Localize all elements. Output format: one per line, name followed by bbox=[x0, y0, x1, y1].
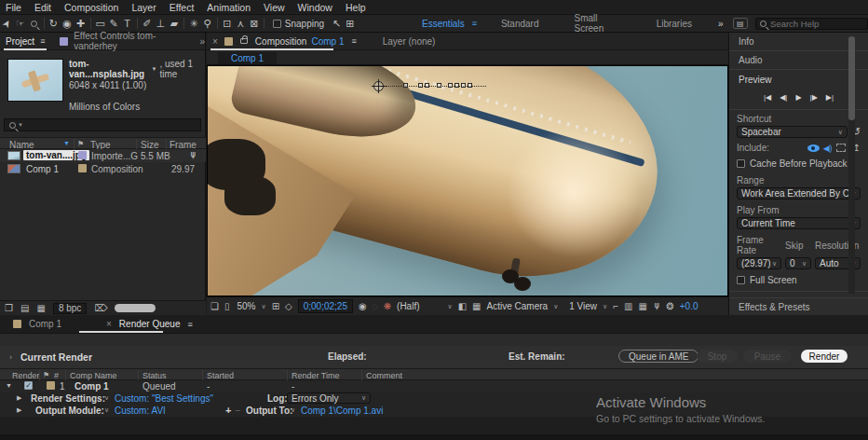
label-column-icon[interactable]: ⚑ bbox=[43, 371, 49, 379]
queue-item-row[interactable]: ▼ ✓ 1 Comp 1 Queued - - bbox=[0, 380, 868, 392]
bottom-scroll-strip[interactable] bbox=[0, 434, 868, 440]
composition-panel-menu-icon[interactable]: ≡ bbox=[351, 36, 356, 46]
viewer-tab-comp1[interactable]: Comp 1 bbox=[218, 52, 277, 64]
full-screen-checkbox[interactable] bbox=[737, 276, 745, 284]
lock-icon[interactable] bbox=[240, 38, 248, 44]
comp-row-name[interactable]: Comp 1 bbox=[26, 164, 59, 174]
output-to-value[interactable]: Comp 1\Comp 1.avi bbox=[301, 406, 383, 416]
panel-tab-overflow-icon[interactable]: » bbox=[199, 36, 205, 47]
menu-animation[interactable]: Animation bbox=[207, 2, 251, 13]
interpret-footage-icon[interactable]: ❐ bbox=[5, 303, 13, 313]
comp-row-label-swatch[interactable] bbox=[78, 164, 87, 172]
monitor-icon[interactable]: ▯ bbox=[224, 301, 230, 311]
footage-thumbnail[interactable] bbox=[7, 59, 63, 102]
sort-descending-icon[interactable]: ▼ bbox=[63, 140, 70, 146]
info-panel-header[interactable]: Info bbox=[729, 33, 868, 51]
show-channels-icon[interactable]: ❋ bbox=[384, 301, 391, 311]
panel-comp-name[interactable]: Comp 1 bbox=[311, 36, 344, 47]
expand-render-settings-icon[interactable]: ▶ bbox=[17, 394, 21, 402]
tab-info[interactable]: Info bbox=[739, 36, 754, 47]
help-search-input[interactable] bbox=[770, 19, 863, 29]
camera-tool-icon[interactable]: ◉ bbox=[61, 18, 75, 30]
type-tool-icon[interactable]: T bbox=[120, 18, 134, 29]
project-search-box[interactable]: ▼ bbox=[4, 118, 201, 131]
bit-depth-button[interactable]: 8 bpc bbox=[53, 303, 87, 314]
column-render[interactable]: Render bbox=[12, 371, 40, 380]
snapshot-icon[interactable]: ◉ bbox=[359, 301, 367, 311]
output-to-dropdown-icon[interactable]: ∨ bbox=[291, 406, 295, 414]
output-module-value[interactable]: Custom: AVI bbox=[115, 406, 166, 416]
menu-effect[interactable]: Effect bbox=[170, 2, 195, 13]
close-panel-icon[interactable]: × bbox=[212, 36, 218, 47]
include-overlays-icon[interactable] bbox=[836, 144, 846, 152]
region-of-interest-icon[interactable]: ⊞ bbox=[272, 301, 279, 311]
render-item-checkbox[interactable]: ✓ bbox=[24, 381, 33, 390]
add-output-module-icon[interactable]: + bbox=[225, 405, 231, 416]
queue-in-ame-button[interactable]: Queue in AME bbox=[618, 350, 698, 363]
workspace-essentials[interactable]: Essentials bbox=[422, 19, 465, 29]
play-from-dropdown[interactable]: Current Time ∨ bbox=[737, 217, 861, 229]
render-settings-dropdown-icon[interactable]: ∨ bbox=[104, 394, 109, 402]
workspace-bar-icon[interactable]: ▤ bbox=[733, 18, 749, 29]
preview-scrollbar-thumb[interactable] bbox=[848, 36, 855, 120]
preview-panel-header[interactable]: Preview ≡ bbox=[729, 70, 868, 89]
project-panel-menu-icon[interactable]: ≡ bbox=[40, 36, 45, 46]
effects-presets-header[interactable]: Effects & Presets bbox=[729, 297, 868, 315]
column-number[interactable]: # bbox=[54, 371, 59, 380]
current-time-display[interactable]: 0;00;02;25 bbox=[298, 299, 353, 313]
render-button[interactable]: Render bbox=[801, 350, 848, 363]
eraser-tool-icon[interactable]: ▰ bbox=[168, 18, 182, 30]
tab-effect-controls[interactable]: Effect Controls tom-vanderhey bbox=[74, 31, 196, 51]
footage-row-label-swatch[interactable] bbox=[78, 151, 87, 159]
expand-output-module-icon[interactable]: ▶ bbox=[17, 406, 21, 414]
column-render-time[interactable]: Render Time bbox=[292, 371, 340, 380]
snap-region-icon[interactable]: ⊞ bbox=[344, 18, 358, 30]
pen-tool-icon[interactable]: ✎ bbox=[107, 18, 121, 30]
menu-edit[interactable]: Edit bbox=[34, 2, 51, 13]
play-icon[interactable]: ▶ bbox=[795, 93, 801, 102]
roi-toggle-icon[interactable]: ◧ bbox=[458, 301, 467, 311]
project-search-options-icon[interactable]: ▼ bbox=[18, 122, 23, 128]
menu-view[interactable]: View bbox=[264, 2, 285, 13]
include-audio-icon[interactable]: ◀) bbox=[823, 144, 833, 153]
keyframe-marker[interactable] bbox=[468, 83, 472, 88]
range-dropdown[interactable]: Work Area Extended By Current... ∨ bbox=[737, 187, 861, 199]
rectangle-tool-icon[interactable]: ▭ bbox=[93, 18, 107, 30]
shortcut-dropdown[interactable]: Spacebar ∨ bbox=[737, 126, 848, 138]
exposure-icon[interactable]: ❂ bbox=[666, 301, 673, 311]
new-folder-icon[interactable]: ▤ bbox=[20, 303, 29, 313]
workspace-overflow-icon[interactable]: » bbox=[718, 19, 724, 29]
log-dropdown[interactable]: Errors Only ∨ bbox=[287, 392, 371, 404]
column-comp-name[interactable]: Comp Name bbox=[70, 371, 117, 380]
magnification-value[interactable]: 50% bbox=[237, 301, 255, 311]
menu-file[interactable]: File bbox=[6, 2, 21, 13]
project-row-footage[interactable]: tom-van....jpg Importe...G 5.5 MB ⋔ bbox=[0, 149, 206, 162]
column-status[interactable]: Status bbox=[142, 371, 167, 380]
workspace-libraries[interactable]: Libraries bbox=[657, 19, 692, 29]
panel-title-composition[interactable]: Composition bbox=[255, 36, 307, 47]
first-frame-icon[interactable]: |◀ bbox=[764, 93, 771, 102]
pixel-aspect-icon[interactable]: ⌐ bbox=[613, 301, 618, 311]
snap-arrow-icon[interactable]: ↖ bbox=[330, 18, 344, 30]
keyframe-marker[interactable] bbox=[425, 83, 429, 88]
pan-behind-tool-icon[interactable]: ✚ bbox=[74, 18, 88, 30]
render-settings-value[interactable]: Custom: "Best Settings" bbox=[115, 393, 213, 404]
viewer-flyout-icon[interactable]: ❏ bbox=[210, 301, 219, 311]
hand-tool-icon[interactable]: ☞ bbox=[14, 18, 28, 30]
help-search-box[interactable] bbox=[755, 18, 868, 30]
keyframe-marker[interactable] bbox=[403, 83, 408, 88]
render-queue-menu-icon[interactable]: ≡ bbox=[187, 320, 192, 329]
previous-frame-icon[interactable]: ◀| bbox=[780, 93, 787, 102]
workspace-small-screen[interactable]: Small Screen bbox=[575, 13, 615, 34]
workspace-menu-icon[interactable]: ≡ bbox=[472, 19, 477, 28]
puppet-pin-tool-icon[interactable]: ⚲ bbox=[200, 18, 214, 30]
roto-brush-tool-icon[interactable]: ✳ bbox=[187, 18, 201, 30]
column-started[interactable]: Started bbox=[207, 371, 234, 380]
clone-stamp-tool-icon[interactable]: ⊥ bbox=[154, 18, 168, 30]
safe-margins-icon[interactable]: ◇ bbox=[285, 301, 292, 311]
project-search-input[interactable] bbox=[25, 120, 196, 130]
exposure-value[interactable]: +0.0 bbox=[680, 301, 698, 311]
rotate-tool-icon[interactable]: ↻ bbox=[47, 18, 61, 30]
frame-rate-dropdown[interactable]: (29.97) ∨ bbox=[737, 257, 781, 269]
workspace-standard[interactable]: Standard bbox=[501, 19, 539, 29]
